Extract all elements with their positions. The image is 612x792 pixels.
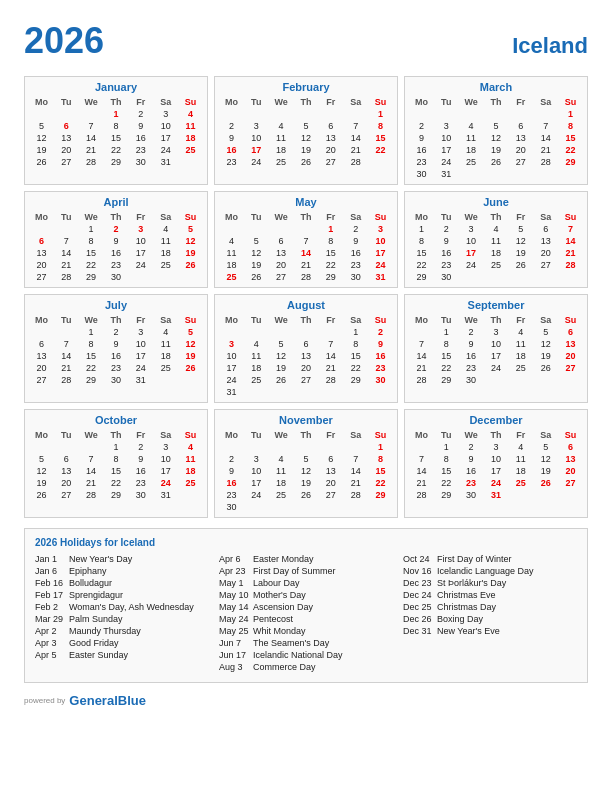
calendar-day: 14: [533, 132, 558, 144]
calendar-day: [558, 489, 583, 501]
calendar-day: 21: [343, 477, 368, 489]
holiday-name: First Day of Winter: [437, 554, 512, 564]
day-header: Su: [558, 96, 583, 108]
holiday-name: Labour Day: [253, 578, 300, 588]
calendar-day: 17: [484, 350, 509, 362]
calendar-day: 5: [269, 338, 294, 350]
holiday-item: Apr 6Easter Monday: [219, 554, 393, 564]
calendar-day: 6: [54, 453, 79, 465]
calendar-day: [318, 441, 343, 453]
calendar-day: 22: [318, 259, 343, 271]
calendar-day: [29, 108, 54, 120]
calendar-day: 15: [434, 465, 459, 477]
calendar-day: 9: [128, 453, 153, 465]
calendar-day: 11: [269, 465, 294, 477]
calendar-day: 11: [178, 120, 203, 132]
calendar-day: 21: [533, 144, 558, 156]
holiday-name: Palm Sunday: [69, 614, 123, 624]
calendar-day: [558, 374, 583, 386]
calendar-day: 11: [153, 338, 178, 350]
calendar-day: 28: [409, 374, 434, 386]
holiday-date: Apr 2: [35, 626, 65, 636]
calendar-day: 20: [269, 259, 294, 271]
day-header: Mo: [29, 314, 54, 326]
calendar-day: 15: [343, 350, 368, 362]
month-table: MoTuWeThFrSaSu12345678910111213141516171…: [219, 96, 393, 168]
calendar-day: [269, 501, 294, 513]
holiday-date: Dec 26: [403, 614, 433, 624]
day-header: Su: [368, 314, 393, 326]
calendar-day: 3: [459, 223, 484, 235]
calendar-day: 5: [178, 326, 203, 338]
calendar-day: [459, 108, 484, 120]
holiday-date: Oct 24: [403, 554, 433, 564]
month-name: December: [409, 414, 583, 426]
calendar-day: 21: [409, 362, 434, 374]
calendar-day: 8: [343, 338, 368, 350]
calendar-day: [244, 326, 269, 338]
day-header: Tu: [434, 429, 459, 441]
calendar-day: 9: [409, 132, 434, 144]
calendar-day: 6: [54, 120, 79, 132]
calendar-day: 21: [79, 477, 104, 489]
calendar-day: 27: [318, 489, 343, 501]
calendar-day: 5: [508, 223, 533, 235]
calendar-day: 16: [104, 350, 129, 362]
calendar-day: 27: [29, 271, 54, 283]
calendar-day: [343, 501, 368, 513]
holiday-item: Feb 2Woman's Day, Ash Wednesday: [35, 602, 209, 612]
calendar-day: 26: [294, 156, 319, 168]
holiday-name: New Year's Eve: [437, 626, 500, 636]
calendar-day: 1: [434, 326, 459, 338]
calendar-day: 27: [558, 362, 583, 374]
calendar-day: 8: [104, 453, 129, 465]
calendar-day: 29: [104, 156, 129, 168]
day-header: We: [79, 211, 104, 223]
calendar-day: 29: [79, 271, 104, 283]
calendar-day: 26: [484, 156, 509, 168]
holiday-date: Feb 2: [35, 602, 65, 612]
calendar-day: 2: [459, 326, 484, 338]
holiday-name: Christmas Day: [437, 602, 496, 612]
holiday-date: Jan 6: [35, 566, 65, 576]
calendar-day: 7: [343, 453, 368, 465]
calendar-day: 11: [178, 453, 203, 465]
calendar-day: 8: [318, 235, 343, 247]
calendar-day: 2: [219, 453, 244, 465]
month-name: July: [29, 299, 203, 311]
calendar-day: 4: [459, 120, 484, 132]
calendar-day: 12: [269, 350, 294, 362]
holiday-column: Jan 1New Year's DayJan 6EpiphanyFeb 16Bo…: [35, 554, 209, 674]
calendar-day: 23: [128, 477, 153, 489]
holiday-date: Jan 1: [35, 554, 65, 564]
calendar-day: [244, 501, 269, 513]
calendar-day: 9: [104, 235, 129, 247]
day-header: Su: [558, 429, 583, 441]
calendar-day: 8: [104, 120, 129, 132]
calendar-day: 10: [434, 132, 459, 144]
calendar-day: [343, 386, 368, 398]
calendar-day: 8: [79, 235, 104, 247]
calendar-day: 19: [29, 144, 54, 156]
calendar-day: 28: [558, 259, 583, 271]
calendar-day: [533, 374, 558, 386]
calendar-day: 17: [484, 465, 509, 477]
calendar-day: 10: [219, 350, 244, 362]
calendar-day: 21: [343, 144, 368, 156]
day-header: Fr: [318, 429, 343, 441]
calendar-day: [29, 441, 54, 453]
month-block-december: DecemberMoTuWeThFrSaSu123456789101112131…: [404, 409, 588, 518]
calendar-day: 25: [244, 374, 269, 386]
holiday-item: Feb 17Sprengidagur: [35, 590, 209, 600]
calendar-day: 12: [294, 132, 319, 144]
holiday-name: Bolludagur: [69, 578, 112, 588]
month-name: September: [409, 299, 583, 311]
calendar-day: 16: [343, 247, 368, 259]
calendar-day: 8: [558, 120, 583, 132]
calendar-day: 5: [244, 235, 269, 247]
calendar-day: 13: [269, 247, 294, 259]
calendar-day: 1: [79, 223, 104, 235]
day-header: Sa: [153, 211, 178, 223]
calendar-day: 11: [269, 132, 294, 144]
calendar-day: 2: [104, 326, 129, 338]
